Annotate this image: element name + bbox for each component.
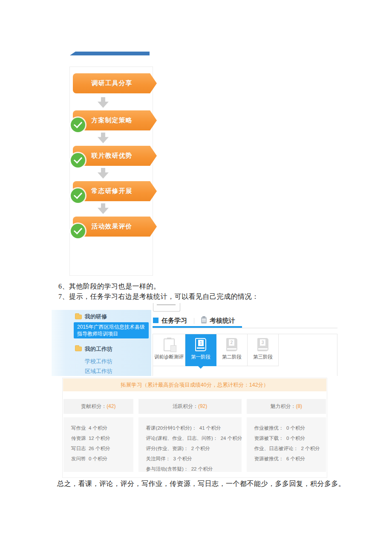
score-row: 看课(20分钟1个积分)： 41 个积分	[146, 423, 242, 433]
flow-step-label: 活动效果评价	[92, 223, 133, 231]
stage-2[interactable]: 2 第二阶段	[216, 334, 248, 366]
score-row: 传资源 12 个积分	[71, 433, 133, 443]
sidebar-item-region-workshop[interactable]: 区域工作坊	[85, 367, 112, 375]
folder-icon	[75, 347, 82, 351]
column-body: 写作业 4 个积分 传资源 12 个积分 写日志 26 个积分 发问答 0 个积…	[63, 417, 133, 472]
score-row: 参与活动(含答疑)： 22 个积分	[146, 464, 242, 474]
book-icon: 3	[257, 338, 268, 351]
score-table-title: 拓展学习（累计最高折合项目成绩40分，总累计积分：142分）	[63, 379, 326, 391]
tab-divider	[194, 318, 194, 324]
sidebar-item-school-workshop[interactable]: 学校工作坊	[85, 358, 112, 365]
column-activity: 活跃积分：(92) 看课(20分钟1个积分)： 41 个积分 评论(课程、作业、…	[138, 399, 242, 472]
check-icon	[71, 153, 85, 168]
active-tab-underline	[153, 326, 242, 328]
flow-step-label: 常态研修开展	[92, 187, 133, 195]
check-icon	[71, 224, 85, 238]
book-icon: 2	[226, 338, 237, 351]
flow-step-label: 联片教研优势	[92, 152, 133, 160]
stage-row-filler	[279, 334, 337, 366]
clipboard-test-icon	[164, 338, 175, 351]
stage-3[interactable]: 3 第三阶段	[248, 334, 279, 366]
score-row: 写作业 4 个积分	[71, 423, 133, 433]
column-charm: 魅力积分：(8) 作业被推优： 0 个积分 资源被下载： 0 个积分 作业、日志…	[247, 399, 326, 472]
score-row: 写日志 26 个积分	[71, 443, 133, 454]
check-icon	[71, 118, 85, 132]
doc-line-7: 7、提示，任务学习右边是考核统计，可以看见自己完成的情况：	[58, 292, 259, 301]
column-contribution: 贡献积分：(42) 写作业 4 个积分 传资源 12 个积分 写日志 26 个积…	[63, 399, 133, 472]
partial-button[interactable]	[153, 303, 180, 312]
stage-pre-test[interactable]: 训前诊断测评	[153, 334, 185, 366]
folder-icon	[75, 315, 82, 319]
stage-1[interactable]: 1 第一阶段	[185, 334, 216, 366]
task-study-tab-icon	[153, 318, 159, 323]
column-header: 贡献积分：(42)	[63, 399, 133, 414]
score-row: 评分(作业、资源)： 2 个积分	[146, 443, 242, 454]
column-body: 作业被推优： 0 个积分 资源被下载： 0 个积分 作业、日志被评论： 2 个积…	[247, 417, 326, 472]
flow-step-5[interactable]: 活动效果评价	[73, 217, 157, 237]
tab-baseline	[153, 328, 337, 328]
stage-selector: 训前诊断测评 1 第一阶段 2 第二阶段 3 第三阶段	[153, 334, 337, 376]
score-row: 作业被推优： 0 个积分	[254, 423, 326, 433]
score-row: 发问答 0 个积分	[71, 454, 133, 464]
doc-closing-line: 总之，看课，评论，评分，写作业，传资源，写日志，一个都不能少，多多回复，积分多多…	[57, 480, 346, 489]
flow-step-2[interactable]: 方案制定策略	[73, 110, 157, 130]
sidebar: 我的研修 2015年广西区培信息技术县级指导教师培训项目 我的工作坊 学校工作坊…	[52, 310, 151, 376]
score-row: 资源被推优： 6 个积分	[254, 454, 326, 464]
book-icon: 1	[195, 338, 206, 351]
flow-step-label: 方案制定策略	[92, 116, 133, 124]
flow-step-4[interactable]: 常态研修开展	[73, 181, 157, 201]
score-table: 拓展学习（累计最高折合项目成绩40分，总累计积分：142分） 贡献积分：(42)…	[62, 378, 327, 478]
check-icon	[71, 188, 85, 203]
score-row: 资源被下载： 0 个积分	[254, 433, 326, 443]
doc-line-6: 6、其他阶段的学习也是一样的。	[58, 282, 161, 291]
flow-step-1[interactable]: 调研工具分享	[73, 73, 157, 93]
column-body: 看课(20分钟1个积分)： 41 个积分 评论(课程、作业、日志、问答)： 24…	[138, 417, 242, 472]
sidebar-section-my-workshop[interactable]: 我的工作坊	[85, 345, 112, 353]
score-row: 评论(课程、作业、日志、问答)： 24 个积分	[146, 433, 242, 443]
sidebar-section-my-training[interactable]: 我的研修	[85, 313, 107, 321]
flow-step-label: 调研工具分享	[92, 79, 133, 87]
column-header: 活跃积分：(92)	[138, 399, 242, 414]
clipboard-icon	[201, 317, 207, 324]
flow-step-3[interactable]: 联片教研优势	[73, 146, 157, 166]
tab-task-study[interactable]: 任务学习	[161, 317, 187, 325]
score-row: 作业、日志被评论： 2 个积分	[254, 443, 326, 454]
tab-assessment-stats[interactable]: 考核统计	[210, 317, 235, 325]
flowchart-top-bar	[70, 52, 150, 55]
sidebar-item-active-project[interactable]: 2015年广西区培信息技术县级指导教师培训项目	[74, 322, 149, 338]
flowchart-container	[69, 66, 153, 276]
score-row: 关注同伴： 3 个积分	[146, 454, 242, 464]
document-page: { "colors": { "accent_blue": "#1f9beb", …	[0, 0, 392, 555]
column-header: 魅力积分：(8)	[247, 399, 326, 414]
